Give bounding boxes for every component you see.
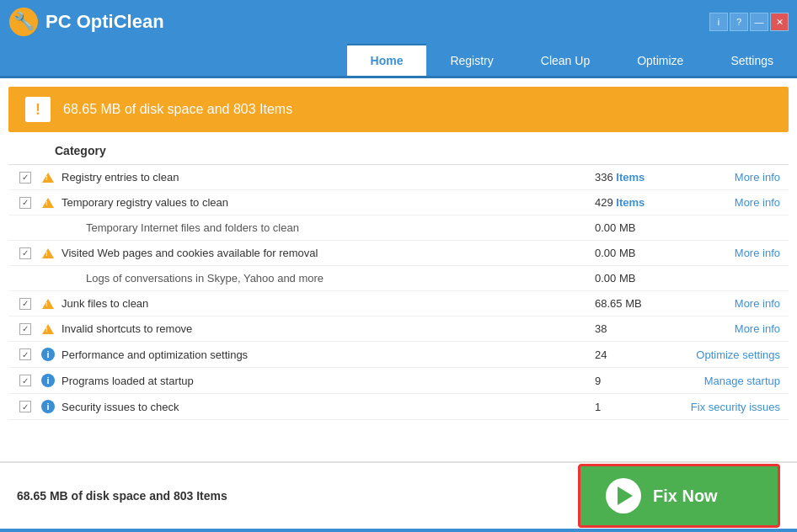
info-icon: i (38, 348, 58, 361)
warning-icon (38, 173, 58, 183)
app-branding: 🔧 PC OptiClean (8, 7, 164, 37)
table-row: ✓ i Security issues to check 1 Fix secur… (8, 394, 789, 420)
item-value: 9 (595, 375, 679, 387)
item-label: Temporary Internet files and folders to … (58, 221, 595, 234)
checkbox-temp-registry[interactable]: ✓ (17, 197, 34, 209)
item-value: 68.65 MB (595, 297, 679, 310)
warning-icon (38, 248, 58, 258)
checkbox-junk-files[interactable]: ✓ (17, 298, 34, 310)
more-info-link[interactable]: More info (679, 196, 789, 209)
tab-cleanup[interactable]: Clean Up (517, 44, 613, 76)
tab-optimize[interactable]: Optimize (613, 44, 707, 76)
footer-area: 68.65 MB of disk space and 803 Items Fix… (0, 461, 797, 529)
play-circle-icon (606, 478, 641, 513)
table-row: Temporary Internet files and folders to … (8, 215, 789, 241)
fix-now-label: Fix Now (653, 487, 718, 506)
checkbox-security[interactable]: ✓ (17, 401, 34, 412)
table-row: ✓ Temporary registry values to clean 429… (8, 190, 789, 215)
item-label: Registry entries to clean (58, 171, 595, 184)
item-value: 0.00 MB (595, 247, 679, 259)
alert-bar: ! 68.65 MB of disk space and 803 Items (8, 87, 789, 132)
item-label: Logs of conversations in Skype, Yahoo an… (58, 272, 595, 285)
more-info-link[interactable]: More info (679, 247, 789, 259)
alert-text: 68.65 MB of disk space and 803 Items (63, 102, 292, 117)
more-info-link[interactable]: More info (679, 171, 789, 184)
item-value: 336 Items (595, 171, 679, 184)
app-title: PC OptiClean (45, 11, 164, 33)
footer-summary: 68.65 MB of disk space and 803 Items (17, 489, 227, 503)
tab-home[interactable]: Home (347, 44, 427, 76)
warning-icon (38, 198, 58, 208)
fix-now-button[interactable]: Fix Now (578, 464, 780, 528)
table-row: ✓ Registry entries to clean 336 Items Mo… (8, 165, 789, 190)
play-triangle-icon (618, 487, 633, 505)
checkbox-performance[interactable]: ✓ (17, 348, 34, 360)
item-value: 24 (595, 348, 679, 361)
table-row: ✓ Invalid shortcuts to remove 38 More in… (8, 317, 789, 342)
more-info-link[interactable]: More info (679, 322, 789, 335)
category-header: Category (8, 137, 789, 165)
optimize-settings-link[interactable]: Optimize settings (679, 348, 789, 361)
info-icon: i (38, 374, 58, 387)
title-bar: 🔧 PC OptiClean i ? — ✕ (0, 0, 797, 44)
table-row: ✓ Junk files to clean 68.65 MB More info (8, 291, 789, 317)
item-label: Performance and optimization settings (58, 348, 595, 361)
manage-startup-link[interactable]: Manage startup (679, 375, 789, 387)
tab-settings[interactable]: Settings (707, 44, 797, 76)
main-content: ! 68.65 MB of disk space and 803 Items C… (0, 78, 797, 461)
table-row: ✓ i Performance and optimization setting… (8, 342, 789, 368)
table-row: ✓ Visited Web pages and cookies availabl… (8, 241, 789, 266)
item-value: 0.00 MB (595, 272, 679, 285)
content-area: Category ✓ Registry entries to clean 336… (0, 137, 797, 461)
item-label: Invalid shortcuts to remove (58, 322, 595, 335)
item-value: 0.00 MB (595, 221, 679, 234)
warning-icon (38, 324, 58, 334)
item-label: Programs loaded at startup (58, 375, 595, 387)
info-icon: i (38, 400, 58, 413)
window-controls: i ? — ✕ (709, 13, 789, 31)
item-value: 1 (595, 401, 679, 413)
tab-registry[interactable]: Registry (426, 44, 516, 76)
info-button[interactable]: i (709, 13, 728, 31)
more-info-link[interactable]: More info (679, 297, 789, 310)
warning-icon (38, 299, 58, 309)
bottom-bar: xiazaiba.com (0, 529, 797, 532)
item-value: 429 Items (595, 196, 679, 209)
app-logo-icon: 🔧 (8, 7, 39, 37)
checkbox-startup[interactable]: ✓ (17, 375, 34, 386)
checkbox-web-pages[interactable]: ✓ (17, 247, 34, 259)
close-button[interactable]: ✕ (770, 13, 789, 31)
alert-icon: ! (25, 97, 51, 122)
item-label: Temporary registry values to clean (58, 196, 595, 209)
minimize-button[interactable]: — (750, 13, 768, 31)
item-value: 38 (595, 322, 679, 335)
table-row: ✓ i Programs loaded at startup 9 Manage … (8, 368, 789, 394)
svg-text:🔧: 🔧 (13, 11, 35, 31)
checkbox-registry-entries[interactable]: ✓ (17, 172, 34, 184)
item-label: Junk files to clean (58, 297, 595, 310)
item-label: Visited Web pages and cookies available … (58, 247, 595, 259)
table-row: Logs of conversations in Skype, Yahoo an… (8, 266, 789, 291)
help-button[interactable]: ? (730, 13, 748, 31)
fix-security-link[interactable]: Fix security issues (679, 401, 789, 413)
checkbox-shortcuts[interactable]: ✓ (17, 323, 34, 335)
navigation-bar: Home Registry Clean Up Optimize Settings (0, 44, 797, 78)
item-label: Security issues to check (58, 401, 595, 413)
